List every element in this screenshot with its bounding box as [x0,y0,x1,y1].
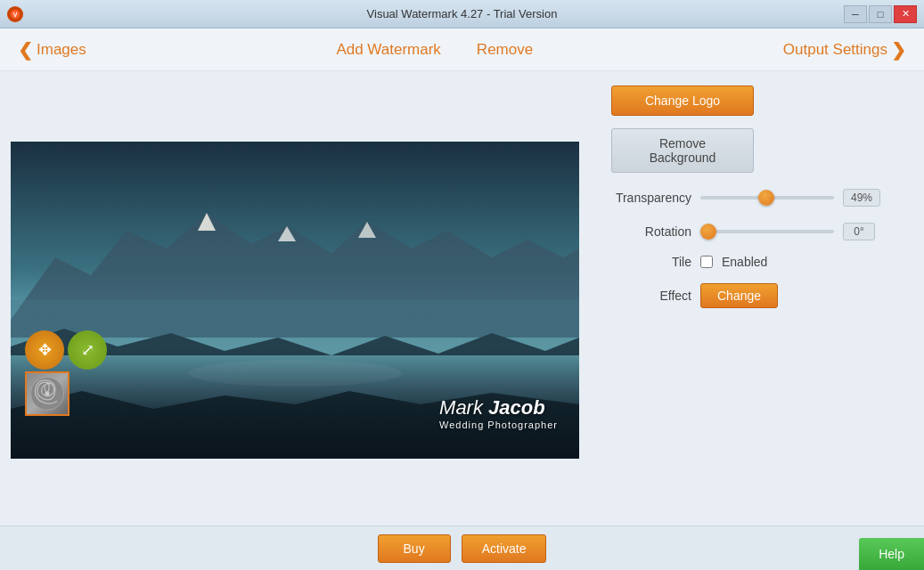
title-bar-left: V [7,6,23,22]
svg-text:V: V [13,12,18,18]
logo-icons-row: ✥ ⤢ [25,330,107,370]
app-title: Visual Watermark 4.27 - Trial Version [367,7,558,20]
window-controls: ─ □ ✕ [844,5,917,23]
rotation-value: 0° [843,223,875,240]
transparency-label: Transparency [611,191,691,205]
activate-button[interactable]: Activate [462,534,547,563]
rotation-label: Rotation [611,224,691,239]
help-button[interactable]: Help [859,538,924,570]
images-nav-link[interactable]: Images [37,41,86,59]
watermark-overlay: Mark Jacob Wedding Photographer [439,396,558,430]
bottom-bar: Buy Activate Help [0,525,924,570]
move-button[interactable]: ✥ [25,330,64,370]
rotation-slider-container[interactable] [700,230,834,233]
spiral-icon [29,375,66,412]
app-icon: V [7,6,23,22]
tile-row: Tile Enabled [611,255,903,269]
tile-enabled-text: Enabled [722,255,767,269]
buy-button[interactable]: Buy [378,534,451,563]
main-content: Mark Jacob Wedding Photographer ✥ ⤢ [0,71,924,525]
title-bar: V Visual Watermark 4.27 - Trial Version … [0,0,924,28]
nav-left: ❮ Images [18,39,86,61]
transparency-track [700,196,834,200]
nav-right: Output Settings ❯ [783,39,906,61]
rotation-track [700,230,834,233]
output-settings-chevron[interactable]: ❯ [891,39,906,61]
transparency-row: Transparency 49% [611,189,903,207]
images-back-chevron[interactable]: ❮ [18,39,33,61]
watermark-subtitle: Wedding Photographer [439,419,558,430]
top-nav: ❮ Images Add Watermark Remove Output Set… [0,28,924,71]
nav-center: Add Watermark Remove [336,41,533,59]
effect-row: Effect Change [611,283,903,308]
svg-point-12 [45,391,49,395]
transparency-slider-container[interactable] [700,196,834,200]
logo-overlay: ✥ ⤢ [25,330,107,416]
add-watermark-nav-link[interactable]: Add Watermark [336,41,440,59]
logo-thumbnail[interactable] [25,371,70,416]
rotation-row: Rotation 0° [611,223,903,240]
watermark-name: Mark Jacob [439,396,558,419]
minimize-button[interactable]: ─ [844,5,867,23]
output-settings-nav-link[interactable]: Output Settings [783,41,887,59]
right-panel: Change Logo Remove Background Transparen… [590,71,924,525]
close-button[interactable]: ✕ [894,5,917,23]
effect-label: Effect [611,289,691,303]
rotation-thumb[interactable] [700,224,716,240]
tile-checkbox[interactable] [700,256,713,268]
resize-button[interactable]: ⤢ [68,330,107,370]
image-container: Mark Jacob Wedding Photographer ✥ ⤢ [11,142,579,459]
transparency-value: 49% [843,189,880,207]
remove-nav-link[interactable]: Remove [477,41,533,59]
maximize-button[interactable]: □ [869,5,892,23]
svg-point-9 [188,360,402,387]
remove-background-button[interactable]: Remove Background [611,128,754,173]
change-logo-button[interactable]: Change Logo [611,86,754,116]
transparency-thumb[interactable] [758,190,774,206]
image-panel: Mark Jacob Wedding Photographer ✥ ⤢ [0,71,590,525]
tile-label: Tile [611,255,691,269]
change-effect-button[interactable]: Change [700,283,778,308]
